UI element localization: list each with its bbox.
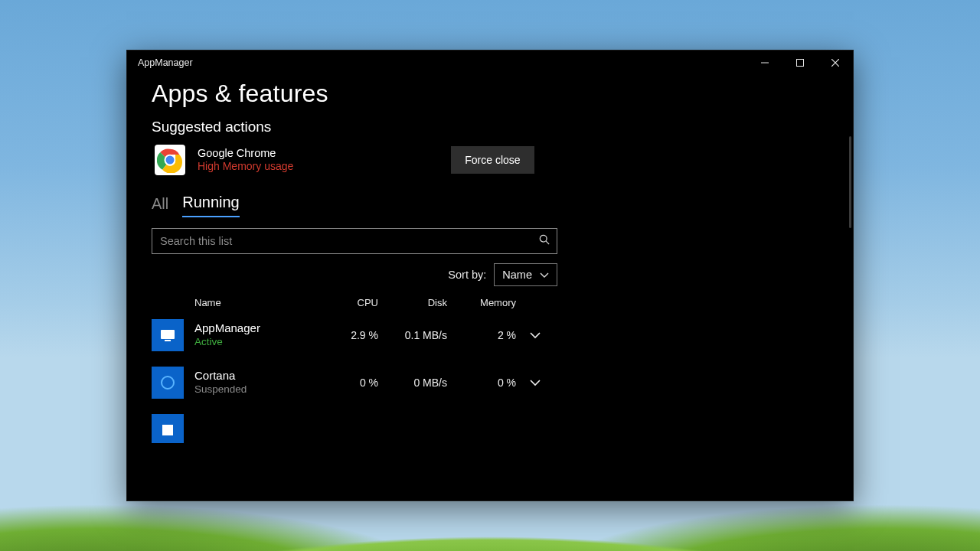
- window-title: AppManager: [138, 57, 193, 68]
- content-area: Apps & features Suggested actions Google…: [127, 75, 853, 500]
- app-name: AppManager: [194, 321, 317, 336]
- suggested-action-row: Google Chrome High Memory usage Force cl…: [155, 145, 828, 175]
- column-headers: Name CPU Disk Memory: [152, 291, 557, 311]
- desktop-background: AppManager Apps & features Suggested act…: [0, 0, 980, 551]
- minimize-button[interactable]: [747, 51, 782, 75]
- svg-rect-0: [797, 60, 804, 67]
- tab-all[interactable]: All: [152, 195, 168, 217]
- suggested-actions-heading: Suggested actions: [152, 119, 828, 135]
- page-title: Apps & features: [152, 80, 828, 108]
- app-status: Active: [194, 336, 317, 349]
- search-container: [152, 228, 557, 254]
- memory-value: 2 %: [447, 329, 516, 341]
- table-row[interactable]: [152, 406, 557, 443]
- force-close-button[interactable]: Force close: [451, 146, 534, 174]
- sort-row: Sort by: Name: [152, 263, 557, 286]
- table-row[interactable]: AppManager Active 2.9 % 0.1 MB/s 2 %: [152, 311, 557, 359]
- disk-value: 0.1 MB/s: [378, 329, 447, 341]
- app-name: Cortana: [194, 369, 317, 383]
- suggested-warning: High Memory usage: [198, 160, 293, 174]
- maximize-icon: [796, 59, 804, 67]
- sort-selected: Name: [502, 269, 532, 281]
- svg-point-4: [540, 235, 547, 242]
- chevron-down-icon: [540, 269, 549, 281]
- tabs: All Running: [152, 194, 828, 217]
- col-cpu: CPU: [317, 297, 378, 308]
- app-tile-icon: [152, 367, 184, 399]
- minimize-icon: [761, 59, 769, 67]
- appmanager-window: AppManager Apps & features Suggested act…: [126, 50, 854, 501]
- expand-row-button[interactable]: [530, 328, 541, 342]
- app-status: Suspended: [194, 383, 317, 396]
- table-row[interactable]: Cortana Suspended 0 % 0 MB/s 0 %: [152, 359, 557, 406]
- svg-rect-5: [161, 330, 175, 339]
- close-button[interactable]: [818, 51, 853, 75]
- app-name-cell: Cortana Suspended: [194, 369, 317, 396]
- cpu-value: 2.9 %: [317, 329, 378, 341]
- maximize-button[interactable]: [782, 51, 818, 75]
- expand-row-button[interactable]: [530, 376, 541, 390]
- titlebar: AppManager: [127, 51, 853, 75]
- sort-select[interactable]: Name: [494, 263, 557, 286]
- app-tile-icon: [152, 319, 184, 351]
- suggested-app-name: Google Chrome: [198, 146, 293, 160]
- svg-point-7: [162, 377, 174, 389]
- app-tile-icon: [152, 414, 184, 443]
- sort-label: Sort by:: [448, 269, 486, 281]
- disk-value: 0 MB/s: [378, 377, 447, 389]
- app-name-cell: AppManager Active: [194, 321, 317, 349]
- col-name: Name: [194, 297, 317, 308]
- search-input[interactable]: [152, 228, 557, 254]
- svg-rect-6: [165, 340, 171, 341]
- memory-value: 0 %: [447, 377, 516, 389]
- col-disk: Disk: [378, 297, 447, 308]
- cpu-value: 0 %: [317, 377, 378, 389]
- col-memory: Memory: [447, 297, 516, 308]
- svg-rect-8: [162, 425, 173, 435]
- close-icon: [831, 59, 839, 67]
- search-icon: [539, 234, 550, 248]
- window-controls: [747, 51, 853, 75]
- suggested-action-text: Google Chrome High Memory usage: [198, 146, 293, 174]
- chrome-icon: [155, 145, 185, 175]
- scrollbar-thumb[interactable]: [849, 136, 851, 228]
- tab-running[interactable]: Running: [182, 194, 240, 217]
